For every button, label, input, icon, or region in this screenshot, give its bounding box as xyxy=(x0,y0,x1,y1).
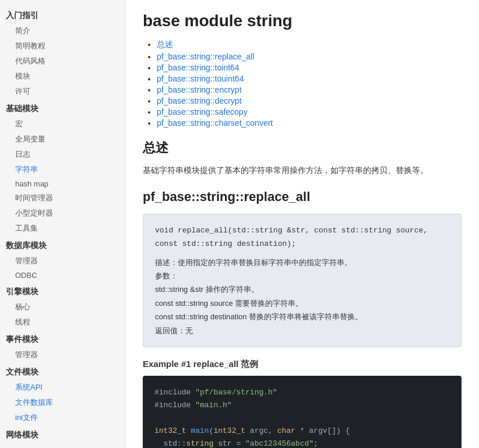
api-box: void replace_all(std::string &str, const… xyxy=(143,214,462,347)
main-content: base module string 总述pf_base::string::re… xyxy=(125,0,479,448)
sidebar-item[interactable]: 工具集 xyxy=(0,221,125,236)
sidebar-item[interactable]: 文件数据库 xyxy=(0,395,125,410)
example-title: Example #1 replace_all 范例 xyxy=(143,359,462,370)
toc-item: pf_base::string::safecopy xyxy=(157,107,462,117)
toc-link[interactable]: pf_base::string::toint64 xyxy=(157,63,240,72)
sidebar-section-title: 基础模块 xyxy=(0,99,125,117)
sidebar-item[interactable]: 日志 xyxy=(0,147,125,162)
replace-all-title: pf_base::string::replace_all xyxy=(143,189,462,204)
toc-link[interactable]: pf_base::string::safecopy xyxy=(157,107,248,117)
sidebar-item[interactable]: 字符串 xyxy=(0,162,125,177)
summary-title: 总述 xyxy=(143,139,462,157)
sidebar-item[interactable]: 时间管理器 xyxy=(0,191,125,206)
toc-item: pf_base::string::encrypt xyxy=(157,85,462,94)
sidebar-section-title: 文件模块 xyxy=(0,362,125,380)
toc-item: pf_base::string::replace_all xyxy=(157,52,462,61)
api-param2: const std::string source 需要替换的字符串。 xyxy=(155,297,449,310)
toc-link[interactable]: pf_base::string::replace_all xyxy=(157,52,254,61)
code-block: #include "pf/base/string.h" #include "ma… xyxy=(143,376,462,448)
toc-item: 总述 xyxy=(157,40,462,50)
sidebar-item[interactable]: 管理器 xyxy=(0,347,125,362)
api-desc-label: 描述： xyxy=(155,258,178,267)
sidebar: 入门指引简介简明教程代码风格模块许可基础模块宏全局变量日志字符串hash map… xyxy=(0,0,125,448)
sidebar-item[interactable]: 简介 xyxy=(0,23,125,38)
toc-link[interactable]: pf_base::string::encrypt xyxy=(157,85,242,94)
sidebar-section-title: 数据库模块 xyxy=(0,236,125,253)
api-signature: void replace_all(std::string &str, const… xyxy=(155,224,449,251)
sidebar-item[interactable]: 许可 xyxy=(0,84,125,99)
api-param1: std::string &str 操作的字符串。 xyxy=(155,283,449,296)
sidebar-item[interactable]: 小型定时器 xyxy=(0,206,125,221)
sidebar-item[interactable]: 管理器 xyxy=(0,253,125,269)
toc-item: pf_base::string::charset_convert xyxy=(157,118,462,128)
toc-item: pf_base::string::touint64 xyxy=(157,74,462,83)
sidebar-item[interactable]: 简明教程 xyxy=(0,38,125,54)
page-title: base module string xyxy=(143,12,462,30)
toc-link[interactable]: pf_base::string::decrypt xyxy=(157,96,242,105)
sidebar-item[interactable]: 线程 xyxy=(0,315,125,330)
sidebar-section-title: 入门指引 xyxy=(0,6,125,23)
toc-link[interactable]: pf_base::string::touint64 xyxy=(157,74,244,83)
code-line-blank xyxy=(154,412,450,425)
code-line-1: #include "pf/base/string.h" xyxy=(154,386,450,399)
code-line-4: std::string str = "abc123456abcd"; xyxy=(154,438,450,448)
toc-list: 总述pf_base::string::replace_allpf_base::s… xyxy=(143,40,462,128)
code-line-2: #include "main.h" xyxy=(154,399,450,412)
sidebar-section-title: 网络模块 xyxy=(0,425,125,443)
sidebar-item[interactable]: 系统API xyxy=(0,380,125,395)
toc-item: pf_base::string::toint64 xyxy=(157,63,462,72)
toc-link[interactable]: 总述 xyxy=(157,40,173,49)
sidebar-section-title: 事件模块 xyxy=(0,330,125,347)
summary-text: 基础字符串模块提供了基本的字符串常用操作方法，如字符串的拷贝、替换等。 xyxy=(143,164,462,178)
sidebar-item[interactable]: hash map xyxy=(0,177,125,191)
sidebar-section-title: 引擎模块 xyxy=(0,282,125,299)
api-desc-text: 使用指定的字符串替换目标字符串中的指定字符串。 xyxy=(178,258,352,267)
sidebar-item[interactable]: ini文件 xyxy=(0,410,125,425)
sidebar-item[interactable]: ODBC xyxy=(0,269,125,282)
api-description: 描述：使用指定的字符串替换目标字符串中的指定字符串。 xyxy=(155,256,449,269)
api-params-label: 参数： xyxy=(155,269,449,283)
sidebar-item[interactable]: 杨心 xyxy=(0,299,125,315)
toc-item: pf_base::string::decrypt xyxy=(157,96,462,105)
api-param3: const std::string destination 替换的字符串将被该字… xyxy=(155,310,449,323)
code-line-3: int32_t main(int32_t argc, char * argv[]… xyxy=(154,425,450,438)
sidebar-item[interactable]: 宏 xyxy=(0,117,125,132)
sidebar-item[interactable]: 代码风格 xyxy=(0,54,125,69)
sidebar-item[interactable]: 模块 xyxy=(0,69,125,84)
sidebar-item[interactable]: 全局变量 xyxy=(0,132,125,147)
toc-link[interactable]: pf_base::string::charset_convert xyxy=(157,118,273,128)
api-return: 返回值：无 xyxy=(155,324,449,337)
